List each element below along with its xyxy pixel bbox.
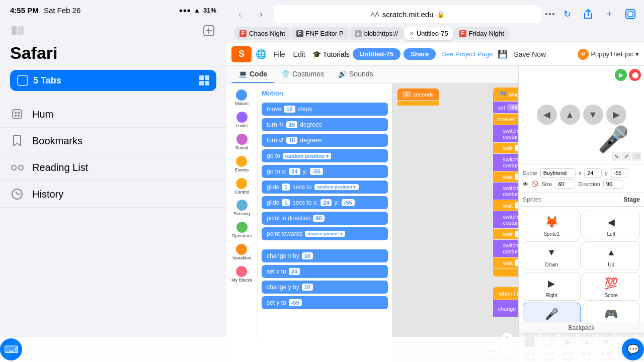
address-bar[interactable]: AA scratch.mit.edu 🔒 — [274, 5, 541, 23]
save-now-btn[interactable]: Save Now — [510, 50, 550, 58]
forward-button[interactable]: › — [253, 6, 270, 23]
block-switch-costume-2[interactable]: switch costume to Boyfriend Idle2 ▾ — [493, 154, 519, 171]
block-change-brightness[interactable]: change brightness ▾ effect by -100 — [493, 300, 519, 317]
share-button[interactable] — [580, 6, 597, 23]
see-project-btn[interactable]: See Project Page — [442, 50, 493, 58]
block-wait-3[interactable]: wait 0.08 seconds — [493, 200, 519, 211]
sidebar-toggle-icon[interactable] — [10, 23, 25, 38]
block-goto-y[interactable]: -55 — [310, 168, 323, 175]
keyboard-icon-btn[interactable]: ⌨ — [0, 338, 22, 360]
sprite-card-score[interactable]: 💯 Score — [583, 272, 640, 301]
back-button[interactable]: ‹ — [231, 6, 249, 23]
code-workspace[interactable]: 1 seconds 🏁 when 🏁 — [392, 83, 519, 362]
wait-val-3[interactable]: 0.08 — [515, 202, 518, 209]
expand-btn-1[interactable]: ⤡ — [612, 152, 621, 161]
block-goto-x[interactable]: 24 — [289, 168, 300, 175]
block-corner[interactable] — [397, 101, 439, 106]
tab-blob[interactable]: ● blob:https:// — [350, 27, 403, 40]
sidebar-item-hum[interactable]: Hum — [0, 101, 226, 128]
stop-btn[interactable]: ⬤ — [629, 69, 641, 81]
block-point-direction[interactable]: point in direction 90 — [262, 212, 388, 225]
block-turn-ccw[interactable]: turn ↺ 15 degrees — [262, 134, 388, 147]
block-wait-5[interactable]: wait 0.2 seconds — [493, 257, 519, 268]
wait-val-5[interactable]: 0.2 — [515, 259, 518, 266]
message-icon-btn[interactable]: 💬 — [622, 338, 644, 360]
block-forever-end[interactable] — [493, 268, 519, 277]
cat-motion[interactable]: Motion — [234, 87, 250, 109]
block-goto-random[interactable]: go to random position ▾ — [262, 149, 388, 162]
tab-sounds[interactable]: 🔊 Sounds — [331, 66, 380, 83]
block-turn-cw-value[interactable]: 15 — [286, 121, 297, 128]
tabs-grid-icon[interactable] — [199, 75, 209, 85]
sidebar-item-reading-list[interactable]: Reading List — [0, 154, 226, 181]
block-glide-val[interactable]: 1 — [282, 184, 290, 191]
block-turn-ccw-value[interactable]: 15 — [286, 137, 297, 144]
tab-fnf-editor[interactable]: F FNF Editor P — [291, 27, 349, 40]
block-switch-costume-4[interactable]: switch costume to Boyfriend Idle4 ▾ — [493, 211, 519, 228]
block-goto-value[interactable]: random position ▾ — [283, 153, 331, 159]
tab-friday-night[interactable]: F Friday Night — [454, 27, 509, 40]
tab-costumes[interactable]: 👕 Costumes — [274, 66, 331, 83]
sidebar-item-history[interactable]: History — [0, 181, 226, 208]
block-seconds[interactable]: 1 seconds — [397, 88, 439, 100]
wait-val-4[interactable]: 0.08 — [515, 231, 518, 237]
block-move[interactable]: move 10 steps — [262, 103, 388, 116]
sprite-x-input[interactable] — [584, 168, 602, 177]
cat-variables[interactable]: Variables — [231, 242, 252, 263]
block-point-towards[interactable]: point towards mouse-pointer ▾ — [262, 227, 388, 240]
block-set-x[interactable]: set x to 24 — [262, 265, 388, 278]
cat-operators[interactable]: Operators — [230, 220, 253, 241]
brightness-dropdown[interactable]: brightness ▾ — [507, 104, 518, 111]
cat-sound[interactable]: Sound — [234, 132, 249, 153]
green-flag-btn[interactable]: ▶ — [615, 69, 627, 81]
new-tab-button[interactable]: + — [601, 6, 618, 23]
tab-chaos-night[interactable]: F Chaos Night — [234, 27, 290, 40]
hide-icon[interactable]: 🚫 — [531, 180, 538, 187]
tab-code[interactable]: 💻 Code — [231, 66, 274, 83]
sprite-direction-input[interactable] — [603, 179, 623, 189]
block-wait-1[interactable]: wait 0.08 seconds — [493, 143, 519, 153]
block-goto-xy[interactable]: go to x: 24 y: -55 — [262, 165, 388, 178]
block-when-flag[interactable]: 🏁 when 🏁 clicked — [493, 87, 519, 101]
wait-val-1[interactable]: 0.08 — [515, 145, 518, 151]
tabs-row[interactable]: 5 Tabs — [10, 70, 216, 91]
up-arrow-btn[interactable]: ▲ — [560, 105, 580, 125]
tab-untitled-75[interactable]: ✕ Untitled-75 — [404, 27, 453, 40]
new-tab-icon[interactable] — [201, 23, 216, 38]
cat-looks[interactable]: Looks — [234, 110, 249, 131]
block-switch-costume-5[interactable]: switch costume to Boyfriend Idle5 ▾ — [493, 240, 519, 257]
left-arrow-btn[interactable]: ◀ — [537, 105, 557, 125]
sprite-card-right[interactable]: ▶ Right — [523, 272, 581, 301]
sprite-card-player[interactable]: 🎮 Player — [583, 303, 640, 322]
close-tab-icon[interactable]: ✕ — [409, 30, 414, 37]
block-turn-cw[interactable]: turn ↻ 15 degrees — [262, 118, 388, 131]
cat-control[interactable]: Control — [233, 176, 250, 197]
cat-sensing[interactable]: Sensing — [232, 198, 251, 219]
sprite-size-input[interactable] — [555, 179, 575, 189]
show-icon[interactable]: 👁 — [523, 181, 528, 187]
sprite-card-down[interactable]: ▼ Down — [523, 241, 581, 270]
sprite-card-up[interactable]: ▲ Up — [583, 241, 640, 270]
edit-menu[interactable]: Edit — [289, 50, 309, 58]
block-set-brightness[interactable]: set brightness ▾ effect to 0 — [493, 102, 519, 113]
sidebar-item-bookmarks[interactable]: Bookmarks — [0, 128, 226, 154]
sprite-card-sprite1[interactable]: 🦊 Sprite1 — [523, 211, 581, 239]
block-glide-xy[interactable]: glide 1 secs to x: 24 y: -55 — [262, 196, 388, 209]
block-move-value[interactable]: 10 — [284, 106, 295, 113]
user-menu[interactable]: P PuppyTheEpic ▾ — [578, 49, 639, 60]
block-change-y[interactable]: change y by 10 — [262, 281, 388, 294]
cat-events[interactable]: Events — [234, 154, 250, 175]
save-icon[interactable]: 💾 — [498, 49, 508, 59]
expand-btn-3[interactable]: ⬜ — [632, 152, 641, 161]
block-forever[interactable]: forever — [493, 114, 519, 125]
block-switch-costume-3[interactable]: switch costume to Boyfriend Idle3 ▾ — [493, 183, 519, 200]
cat-myblocks[interactable]: My Blocks — [230, 264, 253, 285]
block-wait-4[interactable]: wait 0.08 seconds — [493, 229, 519, 239]
block-glide-random[interactable]: glide 1 secs to random position ▾ — [262, 180, 388, 194]
sprite-y-input[interactable] — [611, 168, 628, 177]
refresh-button[interactable]: ↻ — [558, 6, 576, 23]
down-arrow-btn[interactable]: ▼ — [583, 105, 603, 125]
wait-val-2[interactable]: 0.08 — [515, 173, 518, 180]
block-wait-2[interactable]: wait 0.08 seconds — [493, 171, 519, 182]
file-menu[interactable]: File — [270, 50, 289, 58]
